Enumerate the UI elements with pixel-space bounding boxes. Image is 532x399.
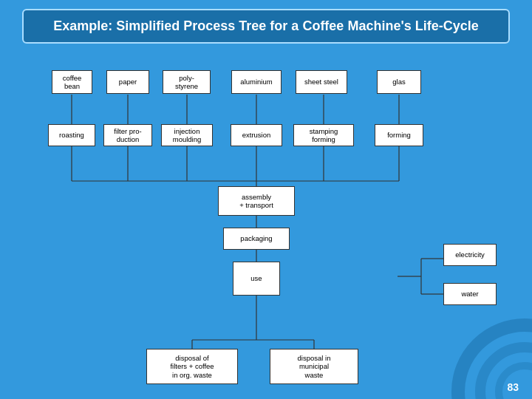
node-polystyrene: poly- styrene (163, 70, 211, 94)
node-roasting: roasting (48, 124, 95, 146)
process-diagram: coffee bean paper poly- styrene aluminiu… (30, 66, 502, 377)
node-glas: glas (377, 70, 421, 94)
node-stamping-forming: stamping forming (293, 124, 354, 146)
node-packaging: packaging (223, 228, 290, 250)
slide-title: Example: Simplified Process Tree for a C… (22, 9, 510, 44)
node-disposal-filters: disposal of filters + coffee in org. was… (146, 349, 238, 384)
node-paper: paper (106, 70, 149, 94)
node-aluminium: aluminium (231, 70, 282, 94)
page-number: 83 (507, 381, 519, 393)
node-use: use (233, 262, 280, 296)
node-coffee-bean: coffee bean (52, 70, 92, 94)
node-electricity: electricity (443, 244, 497, 266)
node-sheet-steel: sheet steel (296, 70, 347, 94)
node-injection-moulding: injection moulding (161, 124, 213, 146)
node-filter-production: filter pro- duction (103, 124, 152, 146)
slide: Example: Simplified Process Tree for a C… (0, 0, 532, 399)
node-assembly-transport: assembly + transport (218, 186, 295, 216)
node-disposal-municipal: disposal in municipal waste (270, 349, 358, 384)
node-extrusion: extrusion (231, 124, 282, 146)
diagram-lines (30, 66, 502, 377)
node-water: water (443, 283, 497, 305)
node-forming: forming (375, 124, 423, 146)
